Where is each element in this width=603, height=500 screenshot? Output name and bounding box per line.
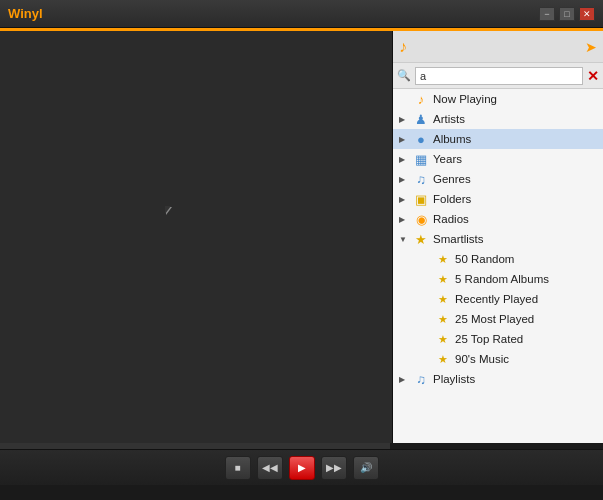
- tree-item-5randomalbums[interactable]: ★5 Random Albums: [393, 269, 603, 289]
- panel-header: ♪ ➤: [393, 31, 603, 63]
- minimize-button[interactable]: −: [539, 7, 555, 21]
- window-controls: − □ ✕: [539, 7, 595, 21]
- tree-label-recentlyplayed: Recently Played: [455, 293, 603, 305]
- search-clear-button[interactable]: ✕: [587, 68, 599, 84]
- next-button[interactable]: ▶▶: [321, 456, 347, 480]
- tree-icon-albums: ●: [413, 131, 429, 147]
- tree-item-folders[interactable]: ▶▣Folders: [393, 189, 603, 209]
- tree-label-25toprated: 25 Top Rated: [455, 333, 603, 345]
- tree-item-playlists[interactable]: ▶♫Playlists: [393, 369, 603, 389]
- previous-button[interactable]: ◀◀: [257, 456, 283, 480]
- tree-label-years: Years: [433, 153, 603, 165]
- music-note-icon: ♪: [399, 38, 407, 56]
- tree-arrow-smartlists: ▼: [399, 235, 411, 244]
- tree-label-50random: 50 Random: [455, 253, 603, 265]
- tree-icon-90smusic: ★: [435, 351, 451, 367]
- tree-icon-25toprated: ★: [435, 331, 451, 347]
- tree-item-years[interactable]: ▶▦Years: [393, 149, 603, 169]
- content-scrollbar[interactable]: [0, 443, 390, 449]
- tree-view[interactable]: ♪Now Playing▶♟Artists▶●Albums▶▦Years▶♫Ge…: [393, 89, 603, 443]
- tree-label-90smusic: 90's Music: [455, 353, 603, 365]
- tree-arrow-years: ▶: [399, 155, 411, 164]
- tree-icon-playlists: ♫: [413, 371, 429, 387]
- tree-arrow-genres: ▶: [399, 175, 411, 184]
- tree-label-folders: Folders: [433, 193, 603, 205]
- tree-icon-folders: ▣: [413, 191, 429, 207]
- tree-item-recentlyplayed[interactable]: ★Recently Played: [393, 289, 603, 309]
- app-title: Winyl: [8, 6, 43, 21]
- tree-arrow-artists: ▶: [399, 115, 411, 124]
- navigate-icon[interactable]: ➤: [585, 39, 597, 55]
- tree-icon-years: ▦: [413, 151, 429, 167]
- search-input[interactable]: [415, 67, 583, 85]
- tree-icon-25mostplayed: ★: [435, 311, 451, 327]
- search-icon: 🔍: [397, 69, 411, 82]
- stop-button[interactable]: ■: [225, 456, 251, 480]
- tree-item-50random[interactable]: ★50 Random: [393, 249, 603, 269]
- tree-label-smartlists: Smartlists: [433, 233, 603, 245]
- tree-item-25toprated[interactable]: ★25 Top Rated: [393, 329, 603, 349]
- tree-label-radios: Radios: [433, 213, 603, 225]
- tree-item-radios[interactable]: ▶◉Radios: [393, 209, 603, 229]
- tree-item-albums[interactable]: ▶●Albums: [393, 129, 603, 149]
- right-panel: ♪ ➤ 🔍 ✕ ♪Now Playing▶♟Artists▶●Albums▶▦Y…: [393, 31, 603, 443]
- title-bar: Winyl − □ ✕: [0, 0, 603, 28]
- mouse-cursor: [165, 206, 171, 214]
- volume-button[interactable]: 🔊: [353, 456, 379, 480]
- content-area: [0, 31, 393, 443]
- tree-label-5randomalbums: 5 Random Albums: [455, 273, 603, 285]
- tree-label-now-playing: Now Playing: [433, 93, 603, 105]
- tree-label-artists: Artists: [433, 113, 603, 125]
- playback-controls: ■ ◀◀ ▶ ▶▶ 🔊: [0, 449, 603, 485]
- play-button[interactable]: ▶: [289, 456, 315, 480]
- tree-label-25mostplayed: 25 Most Played: [455, 313, 603, 325]
- tree-arrow-albums: ▶: [399, 135, 411, 144]
- tree-icon-5randomalbums: ★: [435, 271, 451, 287]
- close-button[interactable]: ✕: [579, 7, 595, 21]
- tree-item-genres[interactable]: ▶♫Genres: [393, 169, 603, 189]
- tree-label-albums: Albums: [433, 133, 603, 145]
- main-area: ♪ ➤ 🔍 ✕ ♪Now Playing▶♟Artists▶●Albums▶▦Y…: [0, 31, 603, 443]
- tree-icon-50random: ★: [435, 251, 451, 267]
- tree-icon-radios: ◉: [413, 211, 429, 227]
- tree-item-smartlists[interactable]: ▼★Smartlists: [393, 229, 603, 249]
- tree-arrow-playlists: ▶: [399, 375, 411, 384]
- tree-item-25mostplayed[interactable]: ★25 Most Played: [393, 309, 603, 329]
- tree-icon-genres: ♫: [413, 171, 429, 187]
- tree-icon-recentlyplayed: ★: [435, 291, 451, 307]
- tree-icon-artists: ♟: [413, 111, 429, 127]
- tree-label-genres: Genres: [433, 173, 603, 185]
- tree-arrow-radios: ▶: [399, 215, 411, 224]
- tree-arrow-folders: ▶: [399, 195, 411, 204]
- tree-icon-smartlists: ★: [413, 231, 429, 247]
- search-bar: 🔍 ✕: [393, 63, 603, 89]
- tree-label-playlists: Playlists: [433, 373, 603, 385]
- tree-icon-now-playing: ♪: [413, 91, 429, 107]
- tree-item-90smusic[interactable]: ★90's Music: [393, 349, 603, 369]
- tree-item-now-playing[interactable]: ♪Now Playing: [393, 89, 603, 109]
- tree-item-artists[interactable]: ▶♟Artists: [393, 109, 603, 129]
- maximize-button[interactable]: □: [559, 7, 575, 21]
